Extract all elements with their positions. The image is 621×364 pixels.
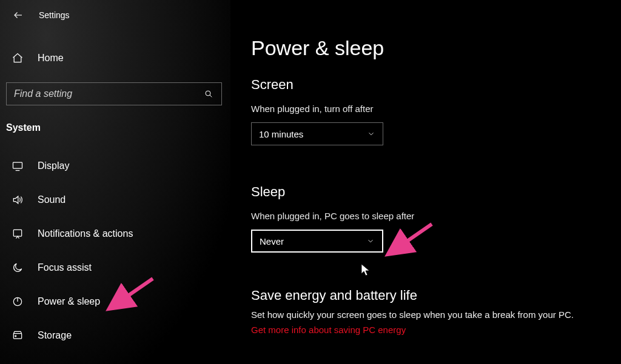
- sidebar-nav: Display Sound Notifications & actions Fo…: [0, 149, 230, 352]
- svg-rect-1: [13, 162, 22, 168]
- sidebar-item-focus-assist[interactable]: Focus assist: [0, 251, 230, 285]
- storage-icon: [11, 329, 24, 342]
- sidebar-item-sound[interactable]: Sound: [0, 183, 230, 217]
- sidebar-item-label: Sound: [38, 194, 65, 205]
- svg-point-5: [15, 336, 16, 337]
- sleep-field-label: When plugged in, PC goes to sleep after: [251, 211, 621, 221]
- sound-icon: [11, 193, 24, 207]
- sidebar-item-label: Notifications & actions: [38, 228, 133, 239]
- screen-timeout-value: 10 minutes: [259, 129, 303, 139]
- sidebar-item-power-sleep[interactable]: Power & sleep: [0, 285, 230, 319]
- svg-rect-2: [13, 230, 21, 236]
- sidebar-item-label: Power & sleep: [38, 296, 100, 307]
- main-content: Power & sleep Screen When plugged in, tu…: [230, 0, 621, 364]
- sidebar-home[interactable]: Home: [0, 46, 230, 70]
- save-energy-link[interactable]: Get more info about saving PC energy: [251, 325, 406, 335]
- page-title: Power & sleep: [251, 36, 621, 60]
- save-energy-heading: Save energy and battery life: [251, 288, 621, 303]
- sidebar-item-notifications[interactable]: Notifications & actions: [0, 217, 230, 251]
- sidebar-item-storage[interactable]: Storage: [0, 319, 230, 352]
- sidebar: Settings Home System Display: [0, 0, 230, 364]
- sidebar-section-title: System: [0, 105, 230, 133]
- save-energy-desc: Set how quickly your screen goes to slee…: [251, 309, 621, 320]
- search-input[interactable]: [14, 88, 184, 99]
- monitor-icon: [11, 159, 24, 173]
- search-box[interactable]: [6, 82, 222, 105]
- chevron-down-icon: [366, 237, 375, 245]
- back-icon[interactable]: [12, 9, 24, 21]
- screen-timeout-select[interactable]: 10 minutes: [251, 122, 383, 145]
- screen-field-label: When plugged in, turn off after: [251, 104, 621, 114]
- sidebar-home-label: Home: [38, 53, 64, 64]
- titlebar: Settings: [0, 0, 230, 24]
- svg-point-0: [206, 91, 210, 96]
- sidebar-item-label: Storage: [38, 330, 72, 341]
- sidebar-item-label: Display: [38, 160, 69, 171]
- power-icon: [11, 295, 24, 308]
- screen-heading: Screen: [251, 77, 621, 93]
- search-icon: [203, 88, 214, 99]
- notifications-icon: [11, 227, 24, 240]
- sleep-timeout-value: Never: [260, 236, 284, 247]
- sleep-timeout-select[interactable]: Never: [251, 230, 383, 253]
- window-title: Settings: [39, 10, 70, 20]
- home-icon: [11, 51, 24, 65]
- sleep-heading: Sleep: [251, 184, 621, 200]
- sidebar-item-display[interactable]: Display: [0, 149, 230, 183]
- moon-icon: [11, 261, 24, 274]
- sidebar-item-label: Focus assist: [38, 262, 92, 273]
- chevron-down-icon: [367, 130, 375, 138]
